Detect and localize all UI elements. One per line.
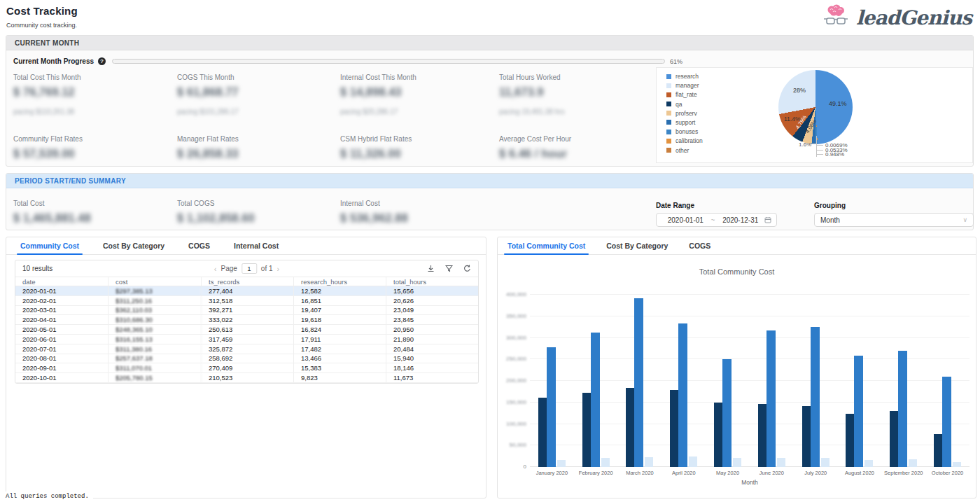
bar-ts_records[interactable] <box>634 298 643 467</box>
progress-label: Current Month Progress <box>13 57 94 65</box>
progress-track <box>112 59 665 64</box>
page-title: Cost Tracking <box>6 5 78 17</box>
legend-item-profserv[interactable]: profserv <box>666 110 703 117</box>
bar-ts_records[interactable] <box>942 377 951 468</box>
prev-page-icon[interactable]: ‹ <box>214 265 217 273</box>
bar-ts_records[interactable] <box>854 356 863 467</box>
tab-cogs[interactable]: COGS <box>188 237 210 254</box>
table-row[interactable]: 2020-06-01$316,155.13317,45917,91121,890 <box>15 335 478 344</box>
legend-swatch-bonuses <box>666 130 671 134</box>
y-tick-label: 400,000 <box>506 291 526 298</box>
table-row[interactable]: 2020-05-01$248,365.10250,61316,82420,950 <box>15 325 478 335</box>
cell-research_hours: 9,823 <box>294 373 386 382</box>
results-table: 10 results ‹ Page of 1 › <box>15 260 479 384</box>
current-month-progress: Current Month Progress ? 61% <box>13 57 682 65</box>
legend-item-flat_rate[interactable]: flat_rate <box>666 91 703 98</box>
table-row[interactable]: 2020-03-01$362,110.03392,27119,40723,049 <box>15 306 478 316</box>
bar-total_hours[interactable] <box>557 460 566 467</box>
refresh-icon[interactable] <box>463 265 471 272</box>
download-icon[interactable] <box>427 265 435 272</box>
bar-total_hours[interactable] <box>821 458 830 467</box>
bar-total_hours[interactable] <box>864 460 873 467</box>
tab-internal-cost[interactable]: Internal Cost <box>234 237 279 254</box>
bar-ts_records[interactable] <box>547 347 556 467</box>
calendar-icon[interactable] <box>764 216 771 223</box>
bar-total_hours[interactable] <box>777 458 785 468</box>
cell-ts_records: 270,409 <box>202 363 294 372</box>
date-range-input[interactable]: 2020-01-01 ~ 2020-12-31 <box>656 213 777 227</box>
stat-internal-cost: Internal Cost $ 536,962.88 <box>340 200 498 225</box>
tab-cogs[interactable]: COGS <box>689 237 710 254</box>
stat-community-flat-rates: Community Flat Rates $ 57,539.00 <box>13 135 171 160</box>
bar-total_hours[interactable] <box>689 456 697 467</box>
bar-ts_records[interactable] <box>591 333 600 467</box>
table-row[interactable]: 2020-02-01$311,250.16312,51816,85120,626 <box>15 296 478 306</box>
table-row[interactable]: 2020-04-01$310,686.30333,02219,61823,845 <box>15 315 478 325</box>
legend-item-other[interactable]: other <box>666 147 703 154</box>
legend-item-qa[interactable]: qa <box>666 101 703 108</box>
stat-value-redacted: $ 1,465,881.48 <box>13 212 171 225</box>
table-row[interactable]: 2020-09-01$311,070.01270,40915,38318,146 <box>15 363 478 373</box>
bar-total_hours[interactable] <box>601 458 610 467</box>
filter-icon[interactable] <box>445 265 453 272</box>
cell-date: 2020-02-01 <box>15 296 108 305</box>
cell-date: 2020-04-01 <box>15 315 108 324</box>
cell-ts_records: 250,613 <box>202 325 294 334</box>
bar-total_hours[interactable] <box>953 462 961 467</box>
pie-graphic[interactable] <box>778 70 853 144</box>
next-page-icon[interactable]: › <box>277 265 280 273</box>
legend-item-calibration[interactable]: calibration <box>666 137 703 144</box>
cell-date: 2020-08-01 <box>15 354 108 363</box>
cell-date: 2020-06-01 <box>15 335 108 344</box>
bar-group-april-2020 <box>662 295 706 467</box>
brain-glasses-logo-icon <box>822 4 850 32</box>
stat-value-redacted: $ 1,102,858.60 <box>177 212 335 225</box>
legend-item-support[interactable]: support <box>666 119 703 126</box>
status-message: All queries completed. <box>0 491 93 501</box>
legend-item-manager[interactable]: manager <box>666 82 703 89</box>
cell-total_hours: 18,146 <box>386 363 478 372</box>
legend-item-research[interactable]: research <box>666 73 703 80</box>
legend-item-bonuses[interactable]: bonuses <box>666 128 703 135</box>
brand-name: leadGenius <box>856 6 972 29</box>
page-number-input[interactable] <box>241 263 257 274</box>
tab-community-cost[interactable]: Community Cost <box>20 237 79 254</box>
pie-leader-line <box>817 150 823 151</box>
bar-ts_records[interactable] <box>898 351 907 467</box>
stat-value-redacted: $ 76,769.12 <box>13 86 171 99</box>
y-tick-label: 350,000 <box>506 312 526 319</box>
grouping-select[interactable]: Month ∨ <box>814 213 974 227</box>
date-end[interactable]: 2020-12-31 <box>716 216 764 224</box>
bar-ts_records[interactable] <box>678 323 687 467</box>
bar-group-may-2020 <box>706 295 750 467</box>
table-row[interactable]: 2020-10-01$205,780.15210,5239,82311,673 <box>15 373 478 383</box>
bar-total_hours[interactable] <box>909 459 917 467</box>
info-icon[interactable]: ? <box>98 57 106 65</box>
table-row[interactable]: 2020-08-01$257,637.18258,69213,46615,940 <box>15 354 478 364</box>
legend-swatch-other <box>666 148 671 153</box>
table-row[interactable]: 2020-07-01$311,380.16325,87217,48220,484 <box>15 344 478 354</box>
cell-ts_records: 277,404 <box>202 286 294 295</box>
tab-cost-by-category[interactable]: Cost By Category <box>606 237 668 254</box>
x-tick-label: August 2020 <box>838 470 882 476</box>
legend-swatch-profserv <box>666 111 671 116</box>
table-row[interactable]: 2020-01-01$297,385.13277,40412,58215,656 <box>15 286 478 296</box>
bar-ts_records[interactable] <box>722 359 732 467</box>
tab-cost-by-category[interactable]: Cost By Category <box>103 237 164 254</box>
stat-label: COGS This Month <box>177 74 335 81</box>
column-header-total_hours: total_hours <box>386 277 478 286</box>
brand-logo: leadGenius <box>822 4 972 32</box>
bar-ts_records[interactable] <box>766 330 776 467</box>
date-start[interactable]: 2020-01-01 <box>662 216 710 224</box>
tab-total-community-cost[interactable]: Total Community Cost <box>507 237 585 254</box>
page-header: Cost Tracking Community cost tracking. <box>6 5 78 29</box>
bar-total_hours[interactable] <box>733 458 741 467</box>
x-tick-label: September 2020 <box>881 470 925 476</box>
bar-group-august-2020 <box>838 295 882 467</box>
bar-total_hours[interactable] <box>645 457 653 467</box>
bar-group-september-2020 <box>881 295 925 467</box>
bar-ts_records[interactable] <box>811 327 820 467</box>
bar-group-october-2020 <box>925 295 969 467</box>
table-tools <box>427 265 471 272</box>
cost-category-pie-chart: researchmanagerflat_rateqaprofservsuppor… <box>656 67 973 163</box>
